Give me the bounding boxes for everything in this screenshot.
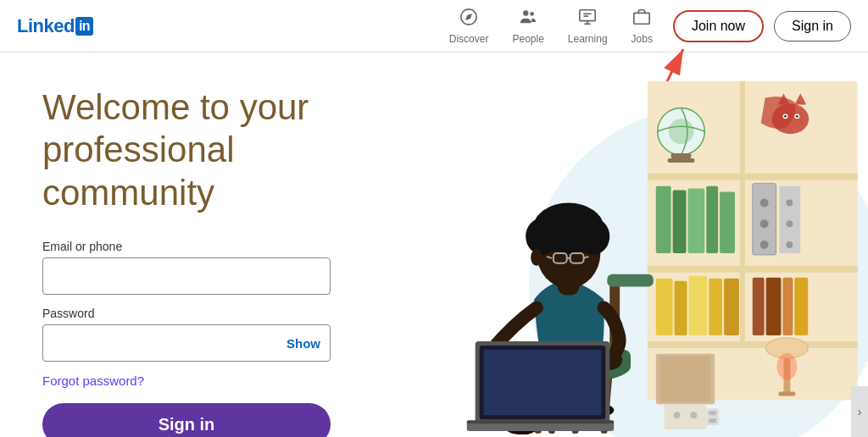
learning-icon — [578, 8, 597, 30]
chevron-right-button[interactable]: › — [851, 386, 868, 437]
svg-rect-45 — [675, 281, 687, 335]
jobs-label: Jobs — [632, 33, 653, 45]
sign-in-button[interactable]: Sign in — [774, 11, 851, 41]
svg-rect-32 — [687, 189, 704, 253]
email-label: Email or phone — [42, 240, 364, 253]
svg-point-90 — [531, 249, 542, 266]
compass-icon — [459, 8, 478, 30]
linkedin-logo-link[interactable]: Linked in — [17, 15, 93, 37]
people-icon — [519, 8, 537, 30]
nav-item-learning[interactable]: Learning — [558, 0, 618, 53]
svg-rect-21 — [671, 153, 692, 158]
svg-rect-54 — [660, 357, 710, 402]
illustration-scene — [407, 56, 868, 437]
nav-item-jobs[interactable]: Jobs — [621, 0, 663, 53]
svg-rect-44 — [656, 279, 673, 335]
email-form-group: Email or phone — [42, 240, 364, 295]
svg-point-23 — [772, 103, 810, 134]
svg-rect-51 — [782, 278, 793, 335]
signin-main-button[interactable]: Sign in — [42, 403, 331, 437]
left-panel: Welcome to your professional community E… — [0, 53, 407, 437]
svg-point-59 — [777, 353, 798, 380]
svg-point-84 — [576, 218, 610, 255]
svg-point-38 — [760, 219, 769, 228]
svg-marker-1 — [465, 14, 472, 20]
svg-rect-93 — [484, 350, 602, 415]
svg-rect-31 — [673, 191, 687, 253]
briefcase-icon — [632, 8, 651, 30]
svg-rect-65 — [709, 418, 716, 423]
svg-rect-34 — [720, 192, 735, 253]
discover-label: Discover — [449, 33, 489, 45]
nav-item-people[interactable]: People — [502, 0, 554, 53]
password-form-group: Password Show — [42, 307, 364, 362]
header: Linked in Discover — [0, 0, 868, 53]
nav-item-discover[interactable]: Discover — [439, 0, 499, 53]
svg-rect-22 — [668, 158, 695, 163]
main-nav: Discover People — [439, 0, 851, 53]
svg-rect-58 — [778, 391, 795, 396]
svg-rect-17 — [740, 81, 745, 341]
show-password-button[interactable]: Show — [287, 336, 320, 351]
svg-rect-48 — [724, 279, 739, 335]
svg-point-28 — [784, 115, 787, 118]
svg-point-29 — [796, 115, 798, 118]
email-input[interactable] — [42, 257, 331, 295]
svg-rect-73 — [607, 274, 654, 287]
svg-point-37 — [760, 199, 769, 207]
learning-label: Learning — [568, 33, 608, 45]
svg-point-41 — [786, 199, 793, 206]
svg-point-62 — [690, 412, 697, 418]
svg-rect-30 — [656, 186, 671, 253]
svg-rect-14 — [648, 174, 858, 180]
headline-line2: professional community — [42, 130, 234, 212]
svg-rect-52 — [794, 278, 808, 335]
join-now-button[interactable]: Join now — [673, 10, 764, 42]
headline: Welcome to your professional community — [42, 86, 364, 214]
svg-rect-95 — [467, 420, 614, 423]
svg-rect-49 — [753, 278, 765, 335]
svg-rect-64 — [709, 411, 716, 415]
svg-rect-47 — [709, 279, 722, 335]
svg-rect-60 — [665, 404, 707, 429]
svg-rect-4 — [580, 9, 595, 20]
svg-rect-50 — [766, 278, 782, 335]
svg-rect-16 — [648, 341, 858, 348]
svg-point-20 — [669, 119, 694, 144]
svg-point-39 — [760, 241, 769, 249]
svg-rect-9 — [634, 13, 649, 24]
svg-point-42 — [786, 220, 793, 227]
people-label: People — [512, 33, 543, 45]
svg-point-43 — [786, 241, 793, 248]
password-label: Password — [42, 307, 364, 320]
svg-point-2 — [523, 10, 528, 15]
svg-rect-46 — [688, 276, 707, 335]
logo-in-box: in — [75, 17, 93, 36]
logo[interactable]: Linked in — [17, 15, 93, 37]
password-wrapper: Show — [42, 324, 331, 362]
forgot-password-link[interactable]: Forgot password? — [42, 373, 364, 388]
headline-line1: Welcome to your — [42, 87, 309, 127]
main-content: Welcome to your professional community E… — [0, 53, 868, 437]
svg-point-83 — [526, 218, 559, 255]
svg-point-61 — [674, 412, 681, 418]
svg-rect-15 — [648, 266, 858, 273]
logo-text-linked: Linked — [17, 15, 75, 37]
svg-point-3 — [530, 12, 534, 16]
right-panel: › — [407, 53, 868, 437]
svg-rect-33 — [706, 186, 718, 253]
